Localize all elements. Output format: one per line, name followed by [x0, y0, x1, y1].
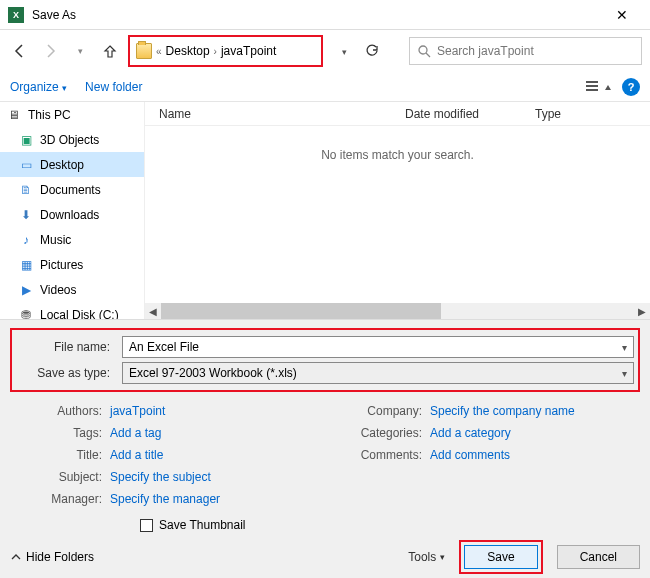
save-highlight: Save	[459, 540, 542, 574]
music-icon: ♪	[18, 232, 34, 248]
col-name[interactable]: Name	[145, 107, 405, 121]
folder-icon	[136, 43, 152, 59]
cancel-button[interactable]: Cancel	[557, 545, 640, 569]
file-fields: File name: An Excel File▾ Save as type: …	[10, 328, 640, 392]
nav-row: ▾ « Desktop › javaTpoint ▾ Search javaTp…	[0, 30, 650, 72]
save-thumbnail-checkbox[interactable]	[140, 519, 153, 532]
refresh-button[interactable]	[365, 44, 393, 58]
address-dropdown[interactable]: ▾	[329, 44, 359, 58]
categories-value[interactable]: Add a category	[430, 426, 511, 440]
forward-button[interactable]	[38, 39, 62, 63]
videos-icon: ▶	[18, 282, 34, 298]
up-button[interactable]	[98, 39, 122, 63]
back-button[interactable]	[8, 39, 32, 63]
savetype-select[interactable]: Excel 97-2003 Workbook (*.xls)▾	[122, 362, 634, 384]
sidebar-item-label: Downloads	[40, 208, 99, 222]
scroll-left-icon[interactable]: ◀	[145, 306, 161, 317]
authors-label: Authors:	[10, 404, 110, 418]
horizontal-scrollbar[interactable]: ◀ ▶	[145, 303, 650, 319]
svg-line-1	[426, 53, 430, 57]
sidebar-item-this-pc[interactable]: 🖥 This PC	[0, 102, 144, 127]
sidebar-item-label: Desktop	[40, 158, 84, 172]
col-date[interactable]: Date modified	[405, 107, 535, 121]
sidebar-item-downloads[interactable]: ⬇ Downloads	[0, 202, 144, 227]
breadcrumb-part[interactable]: Desktop	[166, 44, 210, 58]
close-button[interactable]: ✕	[602, 7, 642, 23]
sidebar-item-label: Music	[40, 233, 71, 247]
title-value[interactable]: Add a title	[110, 448, 163, 462]
scroll-thumb[interactable]	[161, 303, 441, 319]
help-button[interactable]: ?	[622, 78, 640, 96]
sidebar-item-documents[interactable]: 🗎 Documents	[0, 177, 144, 202]
savetype-label: Save as type:	[16, 366, 116, 380]
desktop-icon: ▭	[18, 157, 34, 173]
sidebar-item-music[interactable]: ♪ Music	[0, 227, 144, 252]
title-bar: X Save As ✕	[0, 0, 650, 30]
manager-label: Manager:	[10, 492, 110, 506]
manager-value[interactable]: Specify the manager	[110, 492, 220, 506]
sidebar-item-videos[interactable]: ▶ Videos	[0, 277, 144, 302]
sidebar: 🖥 This PC ▣ 3D Objects ▭ Desktop 🗎 Docum…	[0, 102, 145, 319]
metadata: Authors:javaTpoint Tags:Add a tag Title:…	[10, 400, 640, 510]
sidebar-item-3d-objects[interactable]: ▣ 3D Objects	[0, 127, 144, 152]
sidebar-item-pictures[interactable]: ▦ Pictures	[0, 252, 144, 277]
col-type[interactable]: Type	[535, 107, 650, 121]
hide-folders-button[interactable]: Hide Folders	[10, 550, 94, 564]
sidebar-item-label: Videos	[40, 283, 76, 297]
tools-dropdown[interactable]: Tools ▾	[408, 550, 445, 564]
authors-value[interactable]: javaTpoint	[110, 404, 165, 418]
file-pane: Name Date modified Type No items match y…	[145, 102, 650, 319]
subject-label: Subject:	[10, 470, 110, 484]
recent-dropdown[interactable]: ▾	[68, 39, 92, 63]
content-area: 🖥 This PC ▣ 3D Objects ▭ Desktop 🗎 Docum…	[0, 102, 650, 320]
pc-icon: 🖥	[6, 107, 22, 123]
search-input[interactable]: Search javaTpoint	[409, 37, 642, 65]
company-label: Company:	[330, 404, 430, 418]
chevron-right-icon: ›	[214, 46, 217, 57]
disk-icon: ⛃	[18, 307, 34, 320]
save-button[interactable]: Save	[464, 545, 537, 569]
svg-rect-3	[586, 85, 598, 87]
save-thumbnail-row: Save Thumbnail	[140, 518, 640, 532]
save-thumbnail-label: Save Thumbnail	[159, 518, 246, 532]
svg-rect-2	[586, 81, 598, 83]
pictures-icon: ▦	[18, 257, 34, 273]
breadcrumb-part[interactable]: javaTpoint	[221, 44, 276, 58]
view-options-button[interactable]	[586, 80, 614, 94]
footer-row: Hide Folders Tools ▾ Save Cancel	[10, 540, 640, 574]
svg-rect-4	[586, 89, 598, 91]
search-placeholder: Search javaTpoint	[437, 44, 534, 58]
sidebar-item-local-disk[interactable]: ⛃ Local Disk (C:)	[0, 302, 144, 319]
search-icon	[418, 45, 431, 58]
chevron-up-icon	[10, 551, 22, 563]
company-value[interactable]: Specify the company name	[430, 404, 575, 418]
tags-label: Tags:	[10, 426, 110, 440]
organize-button[interactable]: Organize ▾	[10, 80, 67, 94]
new-folder-button[interactable]: New folder	[85, 80, 142, 94]
sidebar-item-label: 3D Objects	[40, 133, 99, 147]
comments-label: Comments:	[330, 448, 430, 462]
address-bar[interactable]: « Desktop › javaTpoint	[128, 35, 323, 67]
filename-label: File name:	[16, 340, 116, 354]
empty-message: No items match your search.	[145, 148, 650, 162]
title-label: Title:	[10, 448, 110, 462]
toolbar: Organize ▾ New folder ?	[0, 72, 650, 102]
categories-label: Categories:	[330, 426, 430, 440]
svg-point-0	[419, 46, 427, 54]
window-title: Save As	[32, 8, 602, 22]
documents-icon: 🗎	[18, 182, 34, 198]
filename-input[interactable]: An Excel File▾	[122, 336, 634, 358]
subject-value[interactable]: Specify the subject	[110, 470, 211, 484]
bottom-panel: File name: An Excel File▾ Save as type: …	[0, 320, 650, 578]
comments-value[interactable]: Add comments	[430, 448, 510, 462]
sidebar-item-label: Pictures	[40, 258, 83, 272]
sidebar-item-label: Local Disk (C:)	[40, 308, 119, 320]
downloads-icon: ⬇	[18, 207, 34, 223]
sidebar-item-label: Documents	[40, 183, 101, 197]
sidebar-item-label: This PC	[28, 108, 71, 122]
sidebar-item-desktop[interactable]: ▭ Desktop	[0, 152, 144, 177]
scroll-right-icon[interactable]: ▶	[634, 306, 650, 317]
tags-value[interactable]: Add a tag	[110, 426, 161, 440]
3d-icon: ▣	[18, 132, 34, 148]
column-headers: Name Date modified Type	[145, 102, 650, 126]
